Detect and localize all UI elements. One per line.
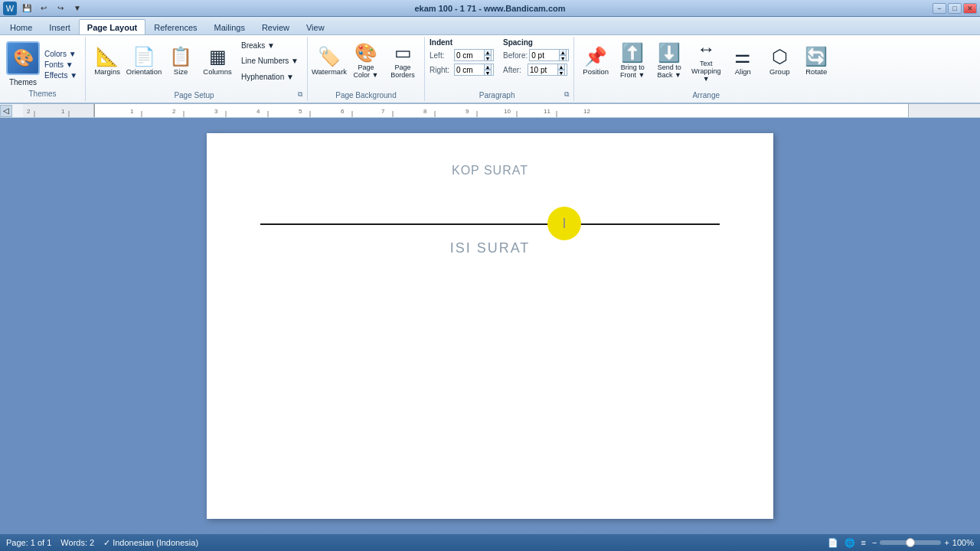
page-body: ISI SURAT xyxy=(260,240,720,256)
spacing-after-up[interactable]: ▲ xyxy=(557,64,565,70)
tab-review[interactable]: Review xyxy=(253,19,298,34)
document-page[interactable]: KOP SURAT I ISI SURAT xyxy=(207,133,773,519)
position-icon: 📌 xyxy=(584,47,607,66)
zoom-minus[interactable]: − xyxy=(872,538,877,547)
orientation-label: Orientation xyxy=(126,67,162,76)
indent-left-spinbtns: ▲ ▼ xyxy=(484,49,492,61)
tab-view[interactable]: View xyxy=(298,19,333,34)
themes-text: Themes xyxy=(9,78,37,86)
spacing-after-down[interactable]: ▼ xyxy=(557,70,565,76)
tab-pagelayout[interactable]: Page Layout xyxy=(79,19,145,34)
save-quick-btn[interactable]: 💾 xyxy=(19,2,34,15)
svg-text:11: 11 xyxy=(544,108,550,115)
bringtofront-btn[interactable]: ⬆️ Bring to Front ▼ xyxy=(616,38,649,84)
columns-icon: ▦ xyxy=(209,47,227,66)
svg-text:4: 4 xyxy=(256,108,260,115)
textwrapping-label: Text Wrapping ▼ xyxy=(690,60,722,83)
align-btn[interactable]: ⚌ Align xyxy=(726,38,760,84)
tab-home[interactable]: Home xyxy=(2,19,41,34)
pagesetup-group-label: Page Setup xyxy=(90,90,298,99)
quick-access-toolbar: 💾 ↩ ↪ ▼ xyxy=(19,2,85,15)
view-web-btn[interactable]: 🌐 xyxy=(844,538,855,548)
group-label: Group xyxy=(769,67,789,76)
themes-sub-buttons: Colors ▼ Fonts ▼ Effects ▼ xyxy=(43,49,79,80)
themes-large-btn[interactable]: 🎨 xyxy=(6,41,40,75)
margins-btn[interactable]: 📐 Margins xyxy=(90,38,124,84)
more-quick-btn[interactable]: ▼ xyxy=(70,2,85,15)
position-btn[interactable]: 📌 Position xyxy=(579,38,612,84)
page-info: Page: 1 of 1 xyxy=(6,538,51,547)
sendtoback-icon: ⬇️ xyxy=(658,44,681,62)
svg-text:3: 3 xyxy=(214,108,218,115)
zoom-plus[interactable]: + xyxy=(944,538,949,547)
zoom-handle[interactable] xyxy=(906,538,915,547)
spacing-label: Spacing xyxy=(503,38,569,47)
columns-label: Columns xyxy=(203,67,232,76)
undo-quick-btn[interactable]: ↩ xyxy=(36,2,51,15)
group-btn[interactable]: ⬡ Group xyxy=(763,38,796,84)
watermark-btn[interactable]: 🏷️ Watermark xyxy=(312,38,346,84)
paragraph-dialog-btn[interactable]: ⧉ xyxy=(564,90,569,99)
spacing-before-up[interactable]: ▲ xyxy=(559,49,567,55)
pagecolor-icon: 🎨 xyxy=(354,44,377,62)
indent-left-down[interactable]: ▼ xyxy=(484,55,492,61)
themes-group-label: Themes xyxy=(6,88,79,98)
close-btn[interactable]: ✕ xyxy=(963,3,977,14)
pagesetup-dialog-btn[interactable]: ⧉ xyxy=(298,90,302,99)
breaks-btn[interactable]: Breaks ▼ xyxy=(237,39,302,52)
redo-quick-btn[interactable]: ↪ xyxy=(53,2,68,15)
svg-text:10: 10 xyxy=(504,108,511,115)
view-normal-btn[interactable]: 📄 xyxy=(828,538,838,548)
status-right: 📄 🌐 ≡ − + 100% xyxy=(828,538,974,548)
spacing-before-input[interactable]: 0 pt ▲ ▼ xyxy=(529,49,569,61)
view-outline-btn[interactable]: ≡ xyxy=(861,538,866,547)
cursor-indicator: I xyxy=(547,207,581,240)
pageborders-btn[interactable]: ▭ Page Borders xyxy=(386,38,420,84)
ruler-body: 2 1 1 2 3 4 5 6 7 8 9 10 11 xyxy=(23,104,980,117)
textwrapping-btn[interactable]: ↔️ Text Wrapping ▼ xyxy=(689,38,723,84)
colors-btn[interactable]: Colors ▼ xyxy=(43,49,79,59)
minimize-btn[interactable]: − xyxy=(933,3,946,14)
margins-label: Margins xyxy=(94,67,120,76)
spacing-before-val: 0 pt xyxy=(531,51,544,60)
tab-references[interactable]: References xyxy=(145,19,205,34)
themes-group: 🎨 Themes Colors ▼ Fonts ▼ Effects ▼ Them… xyxy=(0,37,86,101)
orientation-btn[interactable]: 📄 Orientation xyxy=(127,38,161,84)
tab-insert[interactable]: Insert xyxy=(41,19,79,34)
spacing-after-spinbtns: ▲ ▼ xyxy=(557,64,565,76)
arrange-group-label: Arrange xyxy=(579,90,833,99)
sendtoback-btn[interactable]: ⬇️ Send to Back ▼ xyxy=(652,38,686,84)
pagecolor-btn[interactable]: 🎨 Page Color ▼ xyxy=(349,38,383,84)
spell-check-icon: ✓ xyxy=(103,538,110,548)
rotate-btn[interactable]: 🔄 Rotate xyxy=(799,38,833,84)
spacing-before-spinbtns: ▲ ▼ xyxy=(559,49,567,61)
indent-left-up[interactable]: ▲ xyxy=(484,49,492,55)
columns-btn[interactable]: ▦ Columns xyxy=(201,38,234,84)
zoom-slider[interactable]: − + 100% xyxy=(872,538,974,547)
spacing-before-down[interactable]: ▼ xyxy=(559,55,567,61)
indent-right-down[interactable]: ▼ xyxy=(484,70,492,76)
textwrapping-icon: ↔️ xyxy=(697,40,715,58)
arrange-group: 📌 Position ⬆️ Bring to Front ▼ ⬇️ Send t… xyxy=(574,37,838,101)
indent-left-input[interactable]: 0 cm ▲ ▼ xyxy=(454,49,494,61)
paragraph-group: Indent Left: 0 cm ▲ ▼ Right: 0 cm xyxy=(425,37,574,101)
app-icon: W xyxy=(3,2,17,15)
indent-right-up[interactable]: ▲ xyxy=(484,64,492,70)
spacing-after-input[interactable]: 10 pt ▲ ▼ xyxy=(528,64,567,76)
svg-text:7: 7 xyxy=(381,108,385,115)
hyphenation-btn[interactable]: Hyphenation ▼ xyxy=(237,70,302,83)
zoom-bar[interactable] xyxy=(880,540,941,545)
lang-text: Indonesian (Indonesia) xyxy=(113,538,198,547)
svg-text:2: 2 xyxy=(27,108,31,115)
maximize-btn[interactable]: □ xyxy=(948,3,962,14)
fonts-btn[interactable]: Fonts ▼ xyxy=(43,60,79,70)
size-btn[interactable]: 📋 Size xyxy=(164,38,198,84)
size-label: Size xyxy=(174,67,188,76)
indent-right-val: 0 cm xyxy=(456,66,473,74)
watermark-icon: 🏷️ xyxy=(318,47,341,66)
indent-right-input[interactable]: 0 cm ▲ ▼ xyxy=(454,64,494,76)
rotate-icon: 🔄 xyxy=(805,47,828,66)
linenumbers-btn[interactable]: Line Numbers ▼ xyxy=(237,54,302,67)
tab-mailings[interactable]: Mailings xyxy=(206,19,253,34)
effects-btn[interactable]: Effects ▼ xyxy=(43,70,79,80)
